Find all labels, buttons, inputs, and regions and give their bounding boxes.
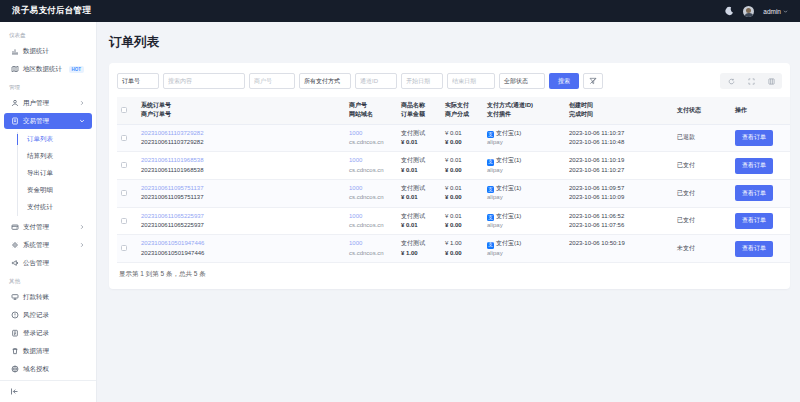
system-order-no-link[interactable]: 2023100611095751137 bbox=[141, 184, 341, 193]
section-other-label: 其他 bbox=[0, 272, 96, 288]
sidebar-subitem-fund-detail[interactable]: 资金明细 bbox=[0, 182, 96, 199]
search-button[interactable]: 搜索 bbox=[549, 73, 579, 89]
site-domain: cs.cdncos.cn bbox=[349, 221, 393, 230]
app-title: 浪子易支付后台管理 bbox=[12, 5, 91, 17]
view-order-button[interactable]: 查看订单 bbox=[735, 241, 773, 257]
pay-method: 支付宝(1) bbox=[496, 157, 521, 163]
sidebar-item-login-log[interactable]: 登录记录 bbox=[4, 325, 92, 341]
row-checkbox[interactable] bbox=[121, 245, 127, 251]
sidebar-item-sys-manage[interactable]: 系统管理 bbox=[4, 237, 92, 253]
status-badge: 已支付 bbox=[673, 152, 731, 180]
sidebar-item-pay-manage[interactable]: 支付管理 bbox=[4, 219, 92, 235]
warning-circle-icon bbox=[11, 311, 19, 319]
sidebar-item-transfer[interactable]: 打款转账 bbox=[4, 289, 92, 305]
view-order-button[interactable]: 查看订单 bbox=[735, 130, 773, 146]
fullscreen-icon[interactable] bbox=[741, 74, 761, 88]
sidebar-item-risk-log[interactable]: 风控记录 bbox=[4, 307, 92, 323]
chevron-right-icon bbox=[79, 224, 85, 230]
sidebar-item-user-manage[interactable]: 用户管理 bbox=[4, 95, 92, 111]
user-menu[interactable]: admin bbox=[763, 8, 788, 15]
merchant-share: ¥ 0.00 bbox=[445, 249, 479, 258]
merchant-order-no: 2023100610501947446 bbox=[141, 249, 341, 258]
col-time: 创建时间完成时间 bbox=[565, 97, 673, 124]
sidebar-subitem-export-order[interactable]: 导出订单 bbox=[0, 165, 96, 182]
row-checkbox[interactable] bbox=[121, 190, 127, 196]
sidebar-item-label: 登录记录 bbox=[23, 329, 49, 338]
section-dashboard-label: 仪表盘 bbox=[0, 26, 96, 42]
completed-time bbox=[569, 249, 669, 258]
order-amount: ¥ 0.01 bbox=[401, 138, 437, 147]
merchant-id-link[interactable]: 1000 bbox=[349, 129, 393, 138]
product-name: 支付测试 bbox=[401, 239, 437, 248]
chevron-right-icon bbox=[79, 242, 85, 248]
product-name: 支付测试 bbox=[401, 129, 437, 138]
start-date-input[interactable] bbox=[401, 73, 443, 89]
sidebar-item-data-stats[interactable]: 数据统计 bbox=[4, 43, 92, 59]
main-content: 订单列表 订单号 所有支付方式 全部状态 搜索 bbox=[97, 22, 800, 402]
sidebar-subitem-pay-stats[interactable]: 支付统计 bbox=[0, 199, 96, 216]
site-domain: cs.cdncos.cn bbox=[349, 193, 393, 202]
system-order-no-link[interactable]: 2023100611101968538 bbox=[141, 156, 341, 165]
sidebar-item-label: 打款转账 bbox=[23, 293, 49, 302]
status-select[interactable]: 全部状态 bbox=[499, 73, 545, 89]
sidebar-subitem-settle-list[interactable]: 结算列表 bbox=[0, 148, 96, 165]
username-label: admin bbox=[763, 8, 781, 15]
sidebar-subitem-order-list[interactable]: 订单列表 bbox=[0, 131, 96, 148]
col-pay-method: 支付方式(通道ID)支付插件 bbox=[483, 97, 565, 124]
table-header-row: 系统订单号商户订单号 商户号网站域名 商品名称订单金额 实际支付商户分成 支付方 bbox=[117, 97, 790, 124]
product-name: 支付测试 bbox=[401, 184, 437, 193]
merchant-id-link[interactable]: 1000 bbox=[349, 212, 393, 221]
pay-method-select[interactable]: 所有支付方式 bbox=[299, 73, 351, 89]
site-domain: cs.cdncos.cn bbox=[349, 249, 393, 258]
chevron-right-icon bbox=[79, 100, 85, 106]
merchant-order-no: 2023100611095751137 bbox=[141, 193, 341, 202]
merchant-id-link[interactable]: 1000 bbox=[349, 156, 393, 165]
view-order-button[interactable]: 查看订单 bbox=[735, 185, 773, 201]
clipboard-icon bbox=[11, 329, 19, 337]
sidebar-item-region-stats[interactable]: 地区数据统计 HOT bbox=[4, 61, 92, 77]
column-settings-icon[interactable] bbox=[761, 74, 781, 88]
channel-id-input[interactable] bbox=[355, 73, 397, 89]
site-domain: cs.cdncos.cn bbox=[349, 138, 393, 147]
col-product: 商品名称订单金额 bbox=[397, 97, 441, 124]
col-action: 操作 bbox=[731, 97, 790, 124]
order-list-card: 订单号 所有支付方式 全部状态 搜索 bbox=[109, 63, 790, 289]
sidebar-item-domain-auth[interactable]: 域名授权 bbox=[4, 361, 92, 377]
row-checkbox[interactable] bbox=[121, 218, 127, 224]
clear-filter-button[interactable] bbox=[583, 73, 603, 89]
end-date-input[interactable] bbox=[447, 73, 495, 89]
merchant-share: ¥ 0.00 bbox=[445, 193, 479, 202]
actual-paid: ¥ 0.01 bbox=[445, 129, 479, 138]
document-icon bbox=[11, 117, 19, 125]
site-domain: cs.cdncos.cn bbox=[349, 166, 393, 175]
status-badge: 已支付 bbox=[673, 207, 731, 235]
product-name: 支付测试 bbox=[401, 212, 437, 221]
sidebar-item-notice-manage[interactable]: 公告管理 bbox=[4, 255, 92, 271]
order-no-type-select[interactable]: 订单号 bbox=[117, 73, 159, 89]
completed-time: 2023-10-06 11:10:27 bbox=[569, 166, 669, 175]
created-time: 2023-10-06 10:50:19 bbox=[569, 239, 669, 248]
dark-mode-icon[interactable] bbox=[724, 6, 734, 16]
sidebar-item-label: 数据清理 bbox=[23, 347, 49, 356]
sidebar-item-trade-manage[interactable]: 交易管理 bbox=[4, 113, 92, 129]
sidebar-item-data-clean[interactable]: 数据清理 bbox=[4, 343, 92, 359]
collapse-sidebar-icon[interactable] bbox=[10, 387, 19, 396]
search-input[interactable] bbox=[163, 73, 245, 89]
select-all-checkbox[interactable] bbox=[121, 107, 127, 113]
select-value: 订单号 bbox=[122, 77, 140, 86]
row-checkbox[interactable] bbox=[121, 162, 127, 168]
view-order-button[interactable]: 查看订单 bbox=[735, 158, 773, 174]
avatar[interactable] bbox=[743, 6, 754, 17]
merchant-id-input[interactable] bbox=[249, 73, 295, 89]
system-order-no-link[interactable]: 2023100611103729282 bbox=[141, 129, 341, 138]
view-order-button[interactable]: 查看订单 bbox=[735, 213, 773, 229]
merchant-id-link[interactable]: 1000 bbox=[349, 184, 393, 193]
merchant-share: ¥ 0.00 bbox=[445, 166, 479, 175]
merchant-id-link[interactable]: 1000 bbox=[349, 239, 393, 248]
status-badge: 已退款 bbox=[673, 124, 731, 152]
system-order-no-link[interactable]: 2023100610501947446 bbox=[141, 239, 341, 248]
refresh-icon[interactable] bbox=[721, 74, 741, 88]
row-checkbox[interactable] bbox=[121, 135, 127, 141]
system-order-no-link[interactable]: 2023100611065225937 bbox=[141, 212, 341, 221]
merchant-order-no: 2023100611065225937 bbox=[141, 221, 341, 230]
